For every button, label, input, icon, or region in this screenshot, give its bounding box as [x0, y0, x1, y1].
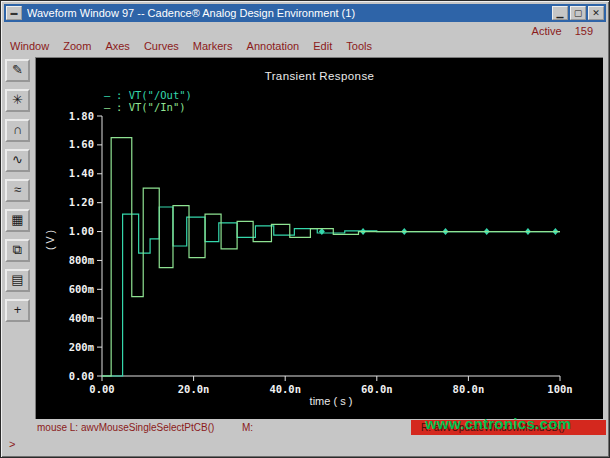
svg-text:60.0n: 60.0n [361, 383, 393, 395]
window-menu-icon[interactable]: ▬ [6, 6, 22, 20]
svg-text:100n: 100n [547, 383, 572, 395]
svg-text:80.0n: 80.0n [453, 383, 485, 395]
legend-out-label: : VT("/Out") [116, 89, 192, 101]
data-table-tool-icon[interactable]: ▤ [5, 269, 30, 292]
wave-axis-tool-icon[interactable]: ∿ [5, 149, 30, 172]
in-trace-marker-icon: — [104, 101, 116, 113]
prompt-character: > [9, 438, 15, 450]
y-axis-label: ( V ) [44, 216, 56, 264]
subwindow-tool-icon[interactable]: ⧉ [5, 239, 30, 262]
legend-in-label: : VT("/In") [116, 101, 186, 113]
active-count: 159 [575, 25, 593, 37]
mouse-middle-binding: M: [242, 422, 253, 433]
menu-tools[interactable]: Tools [346, 40, 372, 52]
tool-column: ✎ ✳ ∩ ∿ ≈ ▦ ⧉ ▤ + [5, 59, 34, 329]
svg-text:1.40: 1.40 [69, 167, 94, 179]
menu-markers[interactable]: Markers [193, 40, 233, 52]
command-prompt-bar[interactable]: > [4, 436, 606, 452]
svg-text:600m: 600m [69, 283, 94, 295]
minimize-button[interactable]: ▁ [552, 6, 568, 20]
svg-text:1.60: 1.60 [69, 138, 94, 150]
svg-text:20.0n: 20.0n [178, 383, 210, 395]
menu-curves[interactable]: Curves [144, 40, 179, 52]
legend-entry-in[interactable]: —: VT("/In") [104, 101, 192, 113]
svg-text:0.00: 0.00 [69, 370, 94, 382]
plot-legend: —: VT("/Out") —: VT("/In") [104, 89, 192, 113]
svg-text:1.00: 1.00 [69, 225, 94, 237]
menu-window[interactable]: Window [10, 40, 49, 52]
menu-edit[interactable]: Edit [313, 40, 332, 52]
x-axis-label: time ( s ) [102, 395, 560, 407]
overlay-wave-tool-icon[interactable]: ≈ [5, 179, 30, 202]
active-label: Active [532, 25, 562, 37]
plot-canvas[interactable]: 0.00200m400m600m800m1.001.201.401.601.80… [35, 57, 603, 419]
add-window-tool-icon[interactable]: + [5, 299, 30, 322]
svg-text:800m: 800m [69, 254, 94, 266]
svg-text:1.80: 1.80 [69, 110, 94, 122]
titlebar: ▬ Waveform Window 97 -- Cadence® Analog … [4, 4, 606, 22]
calculator-tool-icon[interactable]: ▦ [5, 209, 30, 232]
plot-title: Transient Response [36, 70, 603, 82]
svg-text:200m: 200m [69, 341, 94, 353]
mouse-left-binding: mouse L: awvMouseSingleSelectPtCB() [37, 422, 214, 433]
svg-text:400m: 400m [69, 312, 94, 324]
waveform-window: ▬ Waveform Window 97 -- Cadence® Analog … [0, 0, 610, 458]
hook-pan-tool-icon[interactable]: ∩ [5, 119, 30, 142]
watermark: www.cntronics.com [425, 415, 571, 432]
active-status: Active 159 [532, 25, 593, 37]
legend-entry-out[interactable]: —: VT("/Out") [104, 89, 192, 101]
window-title: Waveform Window 97 -- Cadence® Analog De… [27, 7, 552, 19]
menu-axes[interactable]: Axes [105, 40, 129, 52]
star-zoom-tool-icon[interactable]: ✳ [5, 89, 30, 112]
out-trace-marker-icon: — [104, 89, 116, 101]
svg-text:1.20: 1.20 [69, 196, 94, 208]
close-button[interactable]: ✕ [588, 6, 604, 20]
pen-tool-icon[interactable]: ✎ [5, 59, 30, 82]
maximize-button[interactable]: ▢ [570, 6, 586, 20]
menu-annotation[interactable]: Annotation [247, 40, 300, 52]
svg-text:0.00: 0.00 [89, 383, 114, 395]
menu-zoom[interactable]: Zoom [63, 40, 91, 52]
svg-text:40.0n: 40.0n [269, 383, 301, 395]
menubar: Window Zoom Axes Curves Markers Annotati… [10, 40, 383, 55]
